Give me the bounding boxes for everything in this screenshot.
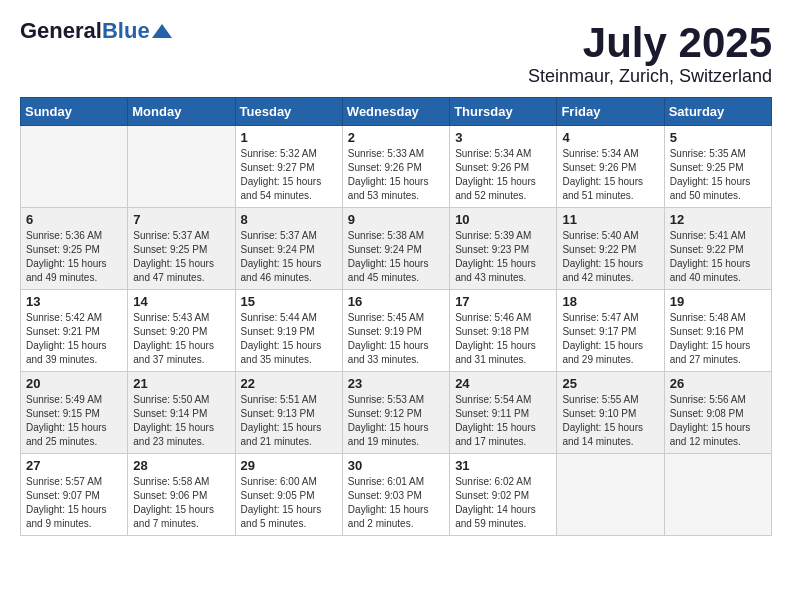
day-number: 24 — [455, 376, 551, 391]
calendar-cell: 14Sunrise: 5:43 AM Sunset: 9:20 PM Dayli… — [128, 290, 235, 372]
day-number: 25 — [562, 376, 658, 391]
calendar-cell: 6Sunrise: 5:36 AM Sunset: 9:25 PM Daylig… — [21, 208, 128, 290]
day-detail: Sunrise: 5:34 AM Sunset: 9:26 PM Dayligh… — [562, 147, 658, 203]
day-detail: Sunrise: 5:48 AM Sunset: 9:16 PM Dayligh… — [670, 311, 766, 367]
calendar-cell: 28Sunrise: 5:58 AM Sunset: 9:06 PM Dayli… — [128, 454, 235, 536]
calendar-cell: 26Sunrise: 5:56 AM Sunset: 9:08 PM Dayli… — [664, 372, 771, 454]
day-detail: Sunrise: 5:45 AM Sunset: 9:19 PM Dayligh… — [348, 311, 444, 367]
calendar-cell: 9Sunrise: 5:38 AM Sunset: 9:24 PM Daylig… — [342, 208, 449, 290]
day-number: 11 — [562, 212, 658, 227]
calendar-cell: 29Sunrise: 6:00 AM Sunset: 9:05 PM Dayli… — [235, 454, 342, 536]
day-detail: Sunrise: 5:46 AM Sunset: 9:18 PM Dayligh… — [455, 311, 551, 367]
day-detail: Sunrise: 5:47 AM Sunset: 9:17 PM Dayligh… — [562, 311, 658, 367]
day-number: 12 — [670, 212, 766, 227]
day-number: 8 — [241, 212, 337, 227]
day-detail: Sunrise: 5:44 AM Sunset: 9:19 PM Dayligh… — [241, 311, 337, 367]
logo-icon — [152, 24, 172, 38]
calendar-cell: 18Sunrise: 5:47 AM Sunset: 9:17 PM Dayli… — [557, 290, 664, 372]
calendar-cell — [557, 454, 664, 536]
day-detail: Sunrise: 5:37 AM Sunset: 9:24 PM Dayligh… — [241, 229, 337, 285]
day-detail: Sunrise: 5:32 AM Sunset: 9:27 PM Dayligh… — [241, 147, 337, 203]
day-number: 5 — [670, 130, 766, 145]
calendar-cell: 12Sunrise: 5:41 AM Sunset: 9:22 PM Dayli… — [664, 208, 771, 290]
day-number: 22 — [241, 376, 337, 391]
day-detail: Sunrise: 5:51 AM Sunset: 9:13 PM Dayligh… — [241, 393, 337, 449]
weekday-header-wednesday: Wednesday — [342, 98, 449, 126]
weekday-header-tuesday: Tuesday — [235, 98, 342, 126]
day-detail: Sunrise: 5:35 AM Sunset: 9:25 PM Dayligh… — [670, 147, 766, 203]
day-detail: Sunrise: 5:55 AM Sunset: 9:10 PM Dayligh… — [562, 393, 658, 449]
calendar-cell: 22Sunrise: 5:51 AM Sunset: 9:13 PM Dayli… — [235, 372, 342, 454]
calendar-week-row: 27Sunrise: 5:57 AM Sunset: 9:07 PM Dayli… — [21, 454, 772, 536]
calendar-cell: 2Sunrise: 5:33 AM Sunset: 9:26 PM Daylig… — [342, 126, 449, 208]
calendar-cell: 11Sunrise: 5:40 AM Sunset: 9:22 PM Dayli… — [557, 208, 664, 290]
calendar-cell: 17Sunrise: 5:46 AM Sunset: 9:18 PM Dayli… — [450, 290, 557, 372]
month-title: July 2025 — [528, 20, 772, 66]
day-detail: Sunrise: 5:56 AM Sunset: 9:08 PM Dayligh… — [670, 393, 766, 449]
day-number: 23 — [348, 376, 444, 391]
calendar-cell — [664, 454, 771, 536]
calendar-cell: 27Sunrise: 5:57 AM Sunset: 9:07 PM Dayli… — [21, 454, 128, 536]
day-number: 15 — [241, 294, 337, 309]
calendar-cell: 10Sunrise: 5:39 AM Sunset: 9:23 PM Dayli… — [450, 208, 557, 290]
day-number: 30 — [348, 458, 444, 473]
weekday-header-row: SundayMondayTuesdayWednesdayThursdayFrid… — [21, 98, 772, 126]
page-header: GeneralBlue July 2025 Steinmaur, Zurich,… — [20, 20, 772, 87]
day-number: 4 — [562, 130, 658, 145]
day-number: 31 — [455, 458, 551, 473]
calendar-cell: 20Sunrise: 5:49 AM Sunset: 9:15 PM Dayli… — [21, 372, 128, 454]
day-number: 18 — [562, 294, 658, 309]
day-number: 3 — [455, 130, 551, 145]
calendar-cell: 8Sunrise: 5:37 AM Sunset: 9:24 PM Daylig… — [235, 208, 342, 290]
calendar-cell: 21Sunrise: 5:50 AM Sunset: 9:14 PM Dayli… — [128, 372, 235, 454]
calendar-cell: 24Sunrise: 5:54 AM Sunset: 9:11 PM Dayli… — [450, 372, 557, 454]
calendar-week-row: 20Sunrise: 5:49 AM Sunset: 9:15 PM Dayli… — [21, 372, 772, 454]
day-detail: Sunrise: 5:41 AM Sunset: 9:22 PM Dayligh… — [670, 229, 766, 285]
calendar-cell — [128, 126, 235, 208]
day-detail: Sunrise: 5:54 AM Sunset: 9:11 PM Dayligh… — [455, 393, 551, 449]
weekday-header-saturday: Saturday — [664, 98, 771, 126]
day-number: 17 — [455, 294, 551, 309]
day-detail: Sunrise: 5:34 AM Sunset: 9:26 PM Dayligh… — [455, 147, 551, 203]
day-number: 14 — [133, 294, 229, 309]
day-detail: Sunrise: 5:38 AM Sunset: 9:24 PM Dayligh… — [348, 229, 444, 285]
day-number: 6 — [26, 212, 122, 227]
calendar-cell: 4Sunrise: 5:34 AM Sunset: 9:26 PM Daylig… — [557, 126, 664, 208]
day-number: 28 — [133, 458, 229, 473]
calendar-cell: 3Sunrise: 5:34 AM Sunset: 9:26 PM Daylig… — [450, 126, 557, 208]
calendar-table: SundayMondayTuesdayWednesdayThursdayFrid… — [20, 97, 772, 536]
day-detail: Sunrise: 5:40 AM Sunset: 9:22 PM Dayligh… — [562, 229, 658, 285]
calendar-cell: 1Sunrise: 5:32 AM Sunset: 9:27 PM Daylig… — [235, 126, 342, 208]
weekday-header-monday: Monday — [128, 98, 235, 126]
day-detail: Sunrise: 5:36 AM Sunset: 9:25 PM Dayligh… — [26, 229, 122, 285]
calendar-week-row: 13Sunrise: 5:42 AM Sunset: 9:21 PM Dayli… — [21, 290, 772, 372]
day-number: 19 — [670, 294, 766, 309]
calendar-cell: 25Sunrise: 5:55 AM Sunset: 9:10 PM Dayli… — [557, 372, 664, 454]
svg-marker-0 — [152, 24, 172, 38]
day-detail: Sunrise: 5:33 AM Sunset: 9:26 PM Dayligh… — [348, 147, 444, 203]
day-detail: Sunrise: 5:57 AM Sunset: 9:07 PM Dayligh… — [26, 475, 122, 531]
day-detail: Sunrise: 5:50 AM Sunset: 9:14 PM Dayligh… — [133, 393, 229, 449]
calendar-cell: 23Sunrise: 5:53 AM Sunset: 9:12 PM Dayli… — [342, 372, 449, 454]
day-number: 1 — [241, 130, 337, 145]
calendar-cell: 13Sunrise: 5:42 AM Sunset: 9:21 PM Dayli… — [21, 290, 128, 372]
day-detail: Sunrise: 5:43 AM Sunset: 9:20 PM Dayligh… — [133, 311, 229, 367]
calendar-cell — [21, 126, 128, 208]
calendar-cell: 7Sunrise: 5:37 AM Sunset: 9:25 PM Daylig… — [128, 208, 235, 290]
day-number: 26 — [670, 376, 766, 391]
calendar-week-row: 6Sunrise: 5:36 AM Sunset: 9:25 PM Daylig… — [21, 208, 772, 290]
day-detail: Sunrise: 5:37 AM Sunset: 9:25 PM Dayligh… — [133, 229, 229, 285]
day-detail: Sunrise: 5:49 AM Sunset: 9:15 PM Dayligh… — [26, 393, 122, 449]
day-number: 27 — [26, 458, 122, 473]
day-detail: Sunrise: 5:58 AM Sunset: 9:06 PM Dayligh… — [133, 475, 229, 531]
day-number: 2 — [348, 130, 444, 145]
day-number: 10 — [455, 212, 551, 227]
day-number: 29 — [241, 458, 337, 473]
day-number: 7 — [133, 212, 229, 227]
calendar-week-row: 1Sunrise: 5:32 AM Sunset: 9:27 PM Daylig… — [21, 126, 772, 208]
day-number: 20 — [26, 376, 122, 391]
weekday-header-friday: Friday — [557, 98, 664, 126]
day-detail: Sunrise: 6:00 AM Sunset: 9:05 PM Dayligh… — [241, 475, 337, 531]
calendar-cell: 5Sunrise: 5:35 AM Sunset: 9:25 PM Daylig… — [664, 126, 771, 208]
calendar-cell: 30Sunrise: 6:01 AM Sunset: 9:03 PM Dayli… — [342, 454, 449, 536]
